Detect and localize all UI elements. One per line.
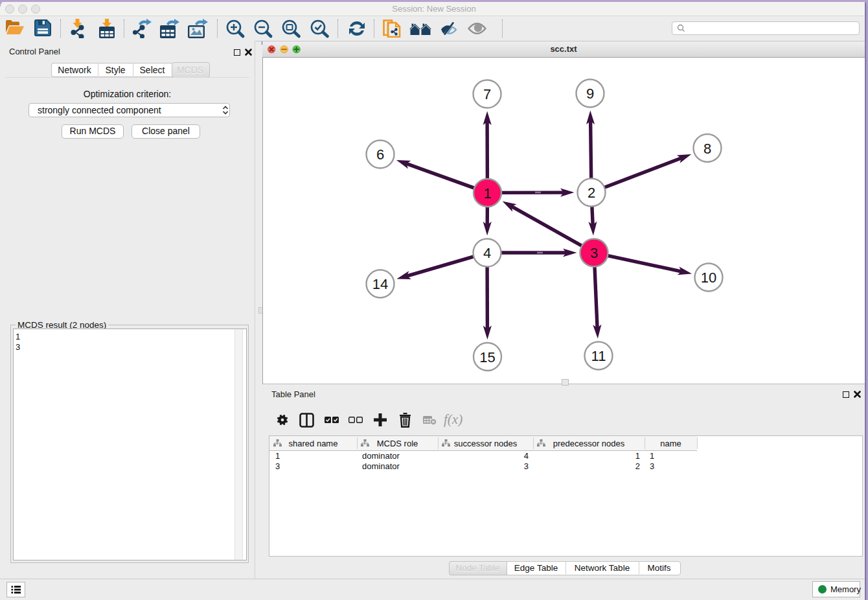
svg-text:3: 3 — [590, 245, 598, 261]
svg-text:4: 4 — [483, 245, 491, 261]
svg-text:10: 10 — [701, 270, 716, 286]
svg-text:2: 2 — [588, 185, 595, 201]
svg-text:7: 7 — [483, 86, 491, 102]
svg-text:1: 1 — [483, 185, 491, 202]
svg-text:14: 14 — [372, 276, 388, 292]
svg-text:11: 11 — [591, 348, 606, 364]
svg-text:8: 8 — [703, 141, 711, 157]
svg-text:6: 6 — [376, 146, 384, 163]
svg-text:15: 15 — [479, 349, 495, 365]
svg-text:9: 9 — [586, 86, 594, 102]
